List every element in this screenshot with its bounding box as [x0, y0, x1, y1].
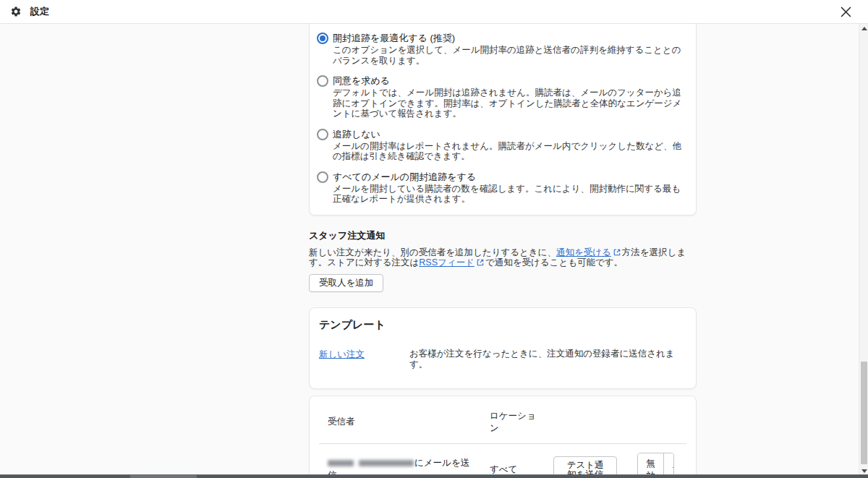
table-row: にメールを送信 すべて テスト通知を送信 無効: [319, 443, 686, 478]
radio-description: メールの開封率はレポートされません。購読者がメール内でクリックした数など、他の指…: [333, 141, 684, 162]
radio-option-ask-consent[interactable]: 同意を求める デフォルトでは、メール開封は追跡されません。購読者は、メールのフッ…: [317, 75, 684, 119]
templates-card: テンプレート 新しい注文 お客様が注文を行なったときに、注文通知の登録者に送信さ…: [309, 307, 697, 389]
receive-notifications-link[interactable]: 通知を受ける: [556, 247, 611, 257]
radio-button[interactable]: [317, 171, 328, 183]
column-header-actions: [545, 398, 686, 444]
new-order-template-link[interactable]: 新しい注文: [319, 349, 365, 359]
recipients-card: 受信者 ロケーション にメールを送信 すべて テスト通知を送信 無効: [309, 396, 697, 478]
radio-description: メールを開封している購読者の数を確認します。これにより、開封動作に関する最も正確…: [333, 184, 684, 205]
settings-header: 設定: [0, 0, 868, 24]
radio-button[interactable]: [317, 129, 328, 140]
radio-option-optimize-tracking[interactable]: 開封追跡を最適化する (推奨) このオプションを選択して、メール開封率の追跡と送…: [317, 33, 684, 66]
radio-button[interactable]: [317, 75, 328, 87]
external-link-icon: [477, 259, 484, 266]
close-icon[interactable]: [836, 2, 855, 21]
page-title: 設定: [30, 5, 49, 18]
redacted-email: [359, 460, 414, 466]
location-cell: すべて: [481, 443, 545, 478]
radio-label: 追跡しない: [333, 129, 684, 140]
templates-heading: テンプレート: [319, 318, 686, 332]
add-recipient-button[interactable]: 受取人を追加: [309, 274, 383, 292]
recipient-cell: にメールを送信: [319, 443, 481, 478]
template-row: 新しい注文 お客様が注文を行なったときに、注文通知の登録者に送信されます。: [319, 349, 686, 370]
radio-label: 開封追跡を最適化する (推奨): [333, 33, 684, 43]
template-description: お客様が注文を行なったときに、注文通知の登録者に送信されます。: [409, 349, 686, 370]
paragraph-text: で通知を受けることも可能です。: [485, 257, 623, 268]
gear-icon: [10, 6, 22, 17]
staff-order-notifications-section: スタッフ注文通知 新しい注文が来たり、別の受信者を追加したりするときに、通知を受…: [309, 229, 697, 292]
column-header-recipient: 受信者: [319, 398, 481, 444]
radio-label: すべてのメールの開封追跡をする: [333, 171, 684, 182]
radio-option-track-all[interactable]: すべてのメールの開封追跡をする メールを開封している購読者の数を確認します。これ…: [317, 171, 684, 205]
open-tracking-card: 開封追跡を最適化する (推奨) このオプションを選択して、メール開封率の追跡と送…: [309, 24, 697, 215]
column-header-location: ロケーション: [481, 398, 545, 444]
trash-icon: [672, 465, 674, 474]
radio-label: 同意を求める: [333, 75, 684, 86]
bottom-edge-bar: [0, 474, 868, 478]
scroll-up-arrow[interactable]: [859, 24, 868, 33]
table-header-row: 受信者 ロケーション: [319, 398, 686, 444]
section-heading: スタッフ注文通知: [309, 229, 697, 242]
radio-description: このオプションを選択して、メール開封率の追跡と送信者の評判を維持することとのバラ…: [333, 45, 684, 66]
radio-description: デフォルトでは、メール開封は追跡されません。購読者は、メールのフッターから追跡に…: [333, 88, 684, 119]
radio-button[interactable]: [317, 33, 328, 44]
bottom-bar-highlight: [130, 475, 197, 478]
scrollbar-thumb[interactable]: [861, 362, 867, 464]
section-description: 新しい注文が来たり、別の受信者を追加したりするときに、通知を受ける方法を選択しま…: [309, 247, 697, 268]
rss-feed-link[interactable]: RSSフィード: [419, 257, 475, 268]
paragraph-text: 新しい注文が来たり、別の受信者を追加したりするときに、: [309, 247, 556, 257]
scrollbar[interactable]: [859, 24, 868, 478]
external-link-icon: [613, 249, 621, 256]
redacted-name: [328, 460, 354, 466]
actions-cell: テスト通知を送信 無効: [545, 443, 686, 478]
radio-option-no-tracking[interactable]: 追跡しない メールの開封率はレポートされません。購読者がメール内でクリックした数…: [317, 129, 684, 162]
